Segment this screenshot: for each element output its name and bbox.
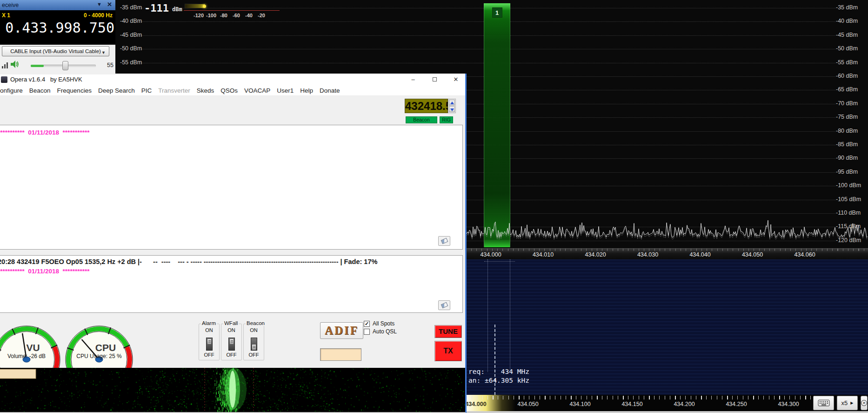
checkbox[interactable]: ✓ [364, 321, 370, 327]
cpu-gauge: CPU [64, 319, 134, 368]
receiver-title: eceive [2, 2, 19, 8]
overview-tick-label: 434.200 [674, 401, 694, 407]
toggle-switch[interactable] [251, 338, 257, 351]
receiver-titlebar[interactable]: eceive ▼ ✕ [0, 0, 115, 10]
frequency-tick-label: 434.030 [637, 251, 658, 258]
toggle-switch[interactable] [228, 338, 235, 351]
volume-level-fill [31, 65, 44, 67]
close-icon[interactable]: ✕ [107, 1, 112, 8]
dbm-label-right: -65 dBm [836, 86, 858, 93]
zoom-factor-button[interactable]: x5 ▶ [837, 396, 858, 410]
dbm-label-right: -100 dBm [836, 182, 861, 189]
overview-tick-label: 434.300 [778, 401, 799, 407]
meter-tick-label: -20 [258, 13, 265, 18]
cpu-caption: CPU Usage: 25 % [64, 353, 134, 359]
menu-item-onfigure[interactable]: onfigure [0, 87, 23, 94]
date-banner: *********** 01/11/2018 *********** [0, 268, 89, 275]
checkbox[interactable] [364, 329, 370, 335]
menu-item-skeds[interactable]: Skeds [197, 87, 214, 94]
receiver-window: eceive ▼ ✕ X 1 0 - 4000 Hz 0.433.998.750… [0, 0, 115, 74]
signal-level-unit: dBm [172, 6, 182, 13]
dbm-label-right: -105 dBm [836, 196, 861, 203]
collapse-icon[interactable]: ▼ [97, 1, 102, 7]
dbm-label-left: -55 dBm [120, 59, 142, 66]
checkbox-row-auto-qsl[interactable]: Auto QSL [364, 328, 397, 335]
meter-tick-label: -80 [220, 13, 227, 18]
switch-on-label: ON [244, 327, 264, 333]
tune-button[interactable]: TUNE [434, 325, 462, 338]
checkbox-label: All Spots [373, 320, 394, 327]
menu-item-beacon[interactable]: Beacon [29, 87, 51, 94]
keyboard-entry-button[interactable] [813, 396, 834, 410]
menu-item-voacap[interactable]: VOACAP [244, 87, 270, 94]
menu-item-donate[interactable]: Donate [320, 87, 340, 94]
speaker-icon[interactable] [10, 60, 20, 69]
overview-tick-label: 434.000 [467, 401, 487, 407]
opera-titlebar[interactable]: Opera v1.6.4 by EA5HVK – ✕ [0, 74, 465, 86]
volume-slider-thumb[interactable] [62, 61, 68, 70]
switch-wfall: WFallONOFF [221, 324, 242, 360]
maximize-button[interactable] [425, 74, 444, 86]
band-edge-line [487, 259, 488, 372]
audio-waterfall[interactable] [0, 368, 466, 412]
beacon-frequency-input[interactable]: 432418.5 [405, 99, 448, 113]
dbm-label-right: -85 dBm [836, 141, 858, 148]
menu-item-user1[interactable]: User1 [277, 87, 294, 94]
eraser-icon [441, 302, 448, 309]
switch-off-label: OFF [244, 352, 264, 358]
rig-button[interactable]: RIG [440, 116, 453, 123]
dbm-label-left: -35 dBm [120, 4, 142, 11]
band-edge-line [510, 259, 510, 372]
signal-level-dot [203, 5, 206, 8]
decode-panel[interactable]: 20:28 432419 F5OEO Op05 1535,2 Hz +2 dB … [0, 255, 463, 313]
menu-item-deep-search[interactable]: Deep Search [98, 87, 135, 94]
clear-spots-button[interactable] [438, 236, 450, 246]
frequency-spinner[interactable] [448, 99, 456, 113]
close-button[interactable]: ✕ [446, 74, 466, 86]
dbm-label-left: -50 dBm [120, 45, 142, 52]
clear-decodes-button[interactable] [438, 300, 450, 310]
channel-band[interactable]: 1 [484, 3, 510, 247]
triangle-down-icon [450, 108, 454, 111]
dbm-label-right: -110 dBm [836, 210, 861, 216]
menu-item-frequencies[interactable]: Frequencies [57, 87, 92, 94]
tuned-frequency[interactable]: 0.433.998.750 [0, 20, 114, 36]
message-input[interactable] [320, 348, 361, 361]
bandwidth-label: 0 - 4000 Hz [84, 12, 113, 19]
dbm-label-right: -45 dBm [836, 32, 858, 38]
decode-line: 20:28 432419 F5OEO Op05 1535,2 Hz +2 dB … [0, 258, 377, 265]
frequency-overview-bar[interactable]: 434.000434.050434.100434.150434.200434.2… [467, 395, 868, 411]
switch-label: Alarm [201, 320, 217, 326]
dbm-label-right: -95 dBm [836, 169, 858, 175]
spin-up-button[interactable] [449, 100, 455, 106]
switch-beacon: BeaconONOFF [243, 324, 264, 360]
menu-item-transverter[interactable]: Transverter [158, 87, 190, 94]
menu-item-pic[interactable]: PIC [141, 87, 152, 94]
waterfall-panel[interactable]: req: 434 MHz an: ±64.305 kHz [467, 259, 868, 395]
tx-button[interactable]: TX [434, 341, 462, 361]
zoom-factor-label: x5 [841, 399, 848, 406]
chevron-down-icon: ▼ [101, 48, 106, 57]
meter-tick-label: -60 [233, 13, 240, 18]
frequency-tick-label: 434.060 [794, 251, 815, 258]
keyboard-icon [818, 399, 830, 406]
adif-export-button[interactable]: ADIF [320, 322, 363, 339]
minimize-button[interactable]: – [403, 74, 423, 86]
overview-tick-label: 434.050 [517, 401, 538, 407]
audio-device-select[interactable]: CABLE Input (VB-Audio Virtual Cable) ▼ [2, 46, 109, 56]
spin-down-button[interactable] [449, 106, 455, 112]
toggle-switch[interactable] [206, 338, 213, 351]
spots-panel[interactable]: *********** 01/11/2018 *********** [0, 125, 463, 250]
switch-label: WFall [223, 320, 239, 326]
beacon-mode-button[interactable]: Beacon [406, 116, 437, 123]
menu-item-help[interactable]: Help [300, 87, 313, 94]
checkbox-row-all-spots[interactable]: ✓All Spots [364, 320, 394, 327]
menu-item-qsos[interactable]: QSOs [220, 87, 238, 94]
dbm-label-right: -50 dBm [836, 45, 858, 52]
autoscroll-button[interactable]: » [861, 396, 868, 410]
switch-on-label: ON [221, 327, 241, 333]
switch-label: Beacon [246, 320, 266, 326]
overview-tick-label: 434.100 [569, 401, 590, 407]
triangle-up-icon [450, 102, 454, 104]
opera-title: Opera v1.6.4 by EA5HVK [10, 76, 82, 83]
